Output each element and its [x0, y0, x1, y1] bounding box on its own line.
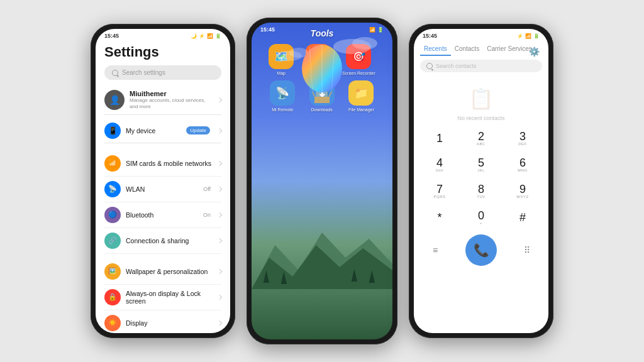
call-button[interactable]: 📞 [465, 234, 497, 266]
chevron-icon [217, 187, 222, 192]
signal-icon: 📶 [369, 27, 375, 33]
dial-key-9[interactable]: 9 WXYZ [507, 179, 538, 203]
home-content: Tools 🗺️ Map [252, 28, 392, 326]
files-label: File Manager [348, 107, 374, 112]
chevron-icon [217, 295, 222, 300]
dial-num-3: 3 [519, 131, 526, 142]
profile-subtitle: Manage accounts, cloud services, and mor… [130, 97, 213, 111]
sim-label: SIM cards & mobile networks [126, 160, 213, 167]
display-label: Display [126, 319, 213, 327]
dialpad-row-4: * 0 + # [424, 206, 538, 229]
no-contacts-area: 📋 No recent contacts [414, 76, 548, 126]
my-device-row[interactable]: 📱 My device Update [104, 119, 221, 143]
grid-icon[interactable]: ⠿ [516, 239, 538, 261]
dial-key-4[interactable]: 4 GHI [424, 153, 455, 177]
settings-item-bluetooth[interactable]: 🔵 Bluetooth On [104, 202, 221, 228]
dial-alpha-4: GHI [436, 168, 443, 172]
bluetooth-icon: ⚡ [199, 33, 205, 39]
dial-num-5: 5 [478, 157, 484, 168]
chevron-icon [217, 238, 222, 243]
lock-label: Always-on display & Lock screen [126, 290, 213, 305]
gear-icon[interactable]: ⚙️ [529, 47, 540, 57]
dial-key-hash[interactable]: # [507, 206, 538, 229]
wifi-icon: 📶 [207, 33, 213, 39]
settings-item-display-lock[interactable]: 🔒 Always-on display & Lock screen [104, 285, 221, 310]
phone-dialer: 15:45 ⚡ 📶 🔋 ⚙️ Recents Contacts Carrier … [409, 24, 553, 338]
settings-item-connection[interactable]: 🔗 Connection & sharing [104, 228, 221, 254]
settings-item-wlan[interactable]: 📡 WLAN Off [104, 177, 221, 202]
dial-num-4: 4 [436, 157, 443, 168]
status-bar-2: 15:45 📶 🔋 [252, 23, 392, 34]
dial-num-2: 2 [478, 131, 484, 142]
dial-key-2[interactable]: 2 ABC [465, 126, 497, 150]
dial-key-6[interactable]: 6 MNO [507, 153, 538, 177]
status-icons-1: 🌙 ⚡ 📶 🔋 [191, 33, 221, 39]
contacts-search-placeholder: Search contacts [436, 63, 477, 69]
settings-item-sim[interactable]: 📶 SIM cards & mobile networks [104, 151, 221, 177]
chevron-icon [217, 269, 222, 274]
profile-row[interactable]: 👤 Miuithemer Manage accounts, cloud serv… [104, 86, 221, 115]
dial-alpha-5: JKL [477, 168, 485, 172]
settings-content: Settings Search settings 👤 Miuithemer Ma… [96, 40, 230, 333]
settings-item-wallpaper[interactable]: 🖼️ Wallpaper & personalization [104, 259, 221, 285]
dial-num-0: 0 [478, 210, 484, 221]
menu-icon[interactable]: ≡ [424, 239, 447, 261]
dial-num-6: 6 [519, 157, 526, 168]
tab-contacts[interactable]: Contacts [451, 43, 483, 56]
dialpad: 1 2 ABC 3 DEF 4 GHI [414, 126, 548, 229]
update-badge[interactable]: Update [186, 126, 210, 134]
profile-name: Miuithemer [130, 90, 213, 97]
status-time-1: 15:45 [104, 33, 119, 39]
mountains-svg [252, 214, 392, 289]
bluetooth-icon: 🔵 [104, 207, 121, 223]
connection-icon: 🔗 [104, 233, 121, 249]
dial-key-7[interactable]: 7 PQRS [424, 179, 455, 203]
dialer-search-bar[interactable]: Search contacts [420, 60, 542, 72]
settings-item-display[interactable]: ☀️ Display [104, 310, 221, 333]
status-time-3: 15:45 [423, 33, 437, 39]
wlan-label: WLAN [126, 185, 198, 193]
connection-label: Connection & sharing [126, 237, 213, 244]
balloon-area [297, 40, 347, 103]
wlan-icon: 📡 [104, 181, 121, 197]
settings-search-bar[interactable]: Search settings [104, 65, 221, 80]
dial-key-5[interactable]: 5 JKL [465, 153, 497, 177]
lock-icon: 🔒 [104, 289, 121, 305]
app-files[interactable]: 📁 File Manager [348, 80, 374, 112]
profile-text: Miuithemer Manage accounts, cloud servic… [130, 90, 213, 111]
dial-alpha-3: DEF [518, 142, 527, 146]
dial-num-7: 7 [436, 184, 443, 195]
dialpad-actions: ≡ 📞 ⠿ [414, 232, 548, 266]
dial-key-1[interactable]: 1 [424, 126, 455, 150]
svg-point-1 [352, 37, 377, 50]
dial-alpha-7: PQRS [433, 195, 445, 199]
search-icon-dialer [426, 63, 433, 69]
wallpaper-icon: 🖼️ [104, 263, 121, 280]
dial-key-8[interactable]: 8 TUV [465, 179, 497, 203]
tab-recents[interactable]: Recents [420, 43, 451, 56]
settings-title: Settings [104, 44, 221, 60]
dial-num-8: 8 [478, 184, 484, 195]
chevron-icon [217, 212, 222, 217]
avatar: 👤 [104, 90, 125, 110]
bluetooth-label: Bluetooth [126, 211, 198, 219]
dial-alpha-8: TUV [477, 195, 486, 199]
phone-settings: 15:45 🌙 ⚡ 📶 🔋 Settings Search settings [91, 24, 235, 338]
dial-num-star: * [437, 212, 441, 223]
dial-key-star[interactable]: * [424, 206, 455, 229]
battery-icon3: 🔋 [533, 33, 540, 39]
display-icon: ☀️ [104, 315, 121, 331]
status-bar-3: 15:45 ⚡ 📶 🔋 [414, 29, 548, 40]
moon-icon: 🌙 [191, 33, 197, 39]
dial-key-3[interactable]: 3 DEF [507, 126, 538, 150]
dial-key-0[interactable]: 0 + [465, 206, 497, 229]
dialpad-row-3: 7 PQRS 8 TUV 9 WXYZ [424, 179, 538, 203]
status-icons-2: 📶 🔋 [369, 27, 384, 33]
dial-num-9: 9 [519, 184, 526, 195]
app-remote[interactable]: 📡 Mi Remote [270, 80, 295, 112]
tab-carrier[interactable]: Carrier Services [483, 43, 536, 56]
my-device-label: My device [126, 127, 181, 134]
dial-alpha-6: MNO [518, 168, 528, 172]
status-bar-1: 15:45 🌙 ⚡ 📶 🔋 [96, 29, 230, 40]
battery-icon2: 🔋 [377, 27, 384, 33]
